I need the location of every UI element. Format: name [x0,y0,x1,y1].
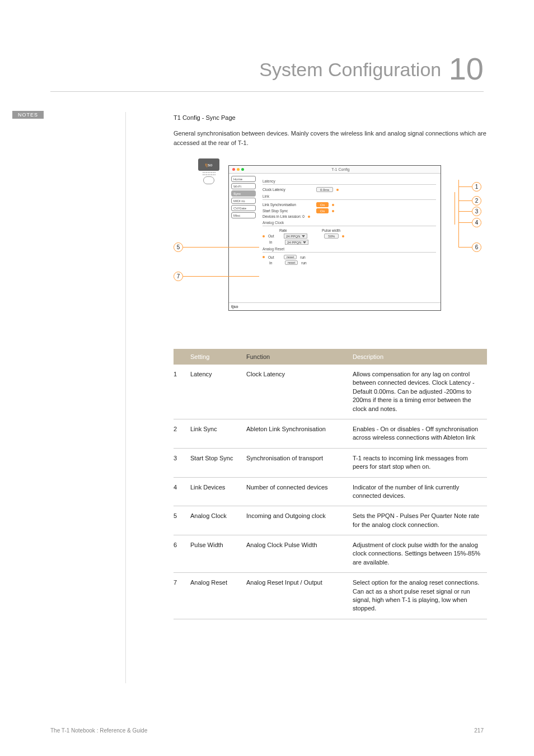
table-row: 4 Link Devices Number of connected devic… [174,477,487,506]
notes-tab: NOTES [12,111,44,119]
latency-label: Latency [263,179,436,183]
analogclock-in-row: In 24 PPQN [263,240,436,245]
callout-7: 7 [174,272,259,281]
analogclock-headers: Rate Pulse width [279,228,436,232]
link-label: Link [263,194,436,198]
row-index: 5 [174,506,185,535]
analogreset-label: Analog Reset [263,247,436,251]
close-icon[interactable] [232,168,235,171]
settings-table: Setting Function Description 1 Latency C… [174,349,487,619]
link-sync-label: Link Synchronisation [263,203,313,207]
section-description: General synchronisation between devices.… [174,129,487,147]
sidebar-item-misc[interactable]: Misc [231,212,256,218]
sidebar-item-cvgate[interactable]: CV/Gate [231,205,256,211]
ar-out-reset[interactable]: reset [284,255,297,259]
ac-pulse-value[interactable]: 50% [324,234,339,239]
device-encoder [203,176,214,184]
startstop-row: Start Stop Sync On [263,208,436,213]
callout-4: 4 [458,218,481,227]
row-setting: Pulse Width [185,535,241,573]
marker-dot [263,256,265,258]
settings-table-body: 1 Latency Clock Latency Allows compensat… [174,365,487,619]
sidebar-item-wifi[interactable]: Wi-Fi [231,183,256,189]
clock-latency-row: Clock Latency 0.0ms [263,187,436,192]
col-function: Function [241,349,347,365]
row-function: Synchronisation of transport [241,448,347,477]
col-blank [174,349,185,365]
marker-dot [336,189,339,191]
row-setting: Analog Reset [185,573,241,619]
row-description: Allows compensation for any lag on contr… [347,365,487,419]
sidebar-item-home[interactable]: Home [231,176,256,182]
ac-out-rate-select[interactable]: 24 PPQN [284,234,307,239]
chapter-number: 10 [449,51,484,86]
marker-dot [332,210,334,212]
ar-out-run[interactable]: run [300,255,305,259]
clock-latency-value[interactable]: 0.0ms [316,187,333,192]
footer-brand: t|so [231,305,238,309]
marker-dot [342,235,344,237]
sidebar: Home Wi-Fi Sync MIDI i/o CV/Gate Misc [229,174,258,302]
section-heading: T1 Config - Sync Page [174,114,487,121]
table-row: 1 Latency Clock Latency Allows compensat… [174,365,487,419]
table-row: 5 Analog Clock Incoming and Outgoing clo… [174,506,487,535]
analogreset-out-row: Out reset run [263,255,436,259]
callout-rail-right-inner [455,192,455,225]
row-index: 6 [174,535,185,573]
ar-in-run[interactable]: run [301,261,306,265]
startstop-toggle[interactable]: On [316,208,329,213]
row-index: 3 [174,448,185,477]
chevron-down-icon [303,241,306,244]
table-row: 3 Start Stop Sync Synchronisation of tra… [174,448,487,477]
link-sync-toggle[interactable]: On [316,202,329,207]
minimize-icon[interactable] [237,168,240,171]
ac-in-rate-select[interactable]: 24 PPQN [285,240,308,245]
row-description: T-1 reacts to incoming link messages fro… [347,448,487,477]
row-index: 4 [174,477,185,506]
pulsewidth-header: Pulse width [322,228,340,232]
chevron-down-icon [302,235,305,237]
row-function: Analog Reset Input / Output [241,573,347,619]
analogclock-out-row: Out 24 PPQN 50% [263,234,436,239]
row-index: 7 [174,573,185,619]
sidebar-item-midi[interactable]: MIDI i/o [231,198,256,204]
page: System Configuration 10 NOTES T1 Config … [0,0,534,756]
sidebar-item-sync[interactable]: Sync [231,190,256,197]
main-panel: Latency Clock Latency 0.0ms Link Link Sy… [258,174,441,302]
table-row: 2 Link Sync Ableton Link Synchronisation… [174,419,487,448]
main-content: T1 Config - Sync Page General synchronis… [174,114,487,619]
row-description: Adjustment of clock pulse width for the … [347,535,487,573]
row-index: 2 [174,419,185,448]
page-footer: The T-1 Notebook : Reference & Guide 217 [50,727,484,734]
row-function: Analog Clock Pulse Width [241,535,347,573]
device-illustration: t|so [196,158,222,184]
row-function: Incoming and Outgoing clock [241,506,347,535]
link-devices-row: Devices in Link session: 0 [263,214,436,218]
row-function: Ableton Link Synchronisation [241,419,347,448]
chapter-title: System Configuration 10 [50,50,484,92]
row-setting: Latency [185,365,241,419]
rate-header: Rate [279,228,318,232]
row-description: Indicator of the number of link currentl… [347,477,487,506]
app-body: Home Wi-Fi Sync MIDI i/o CV/Gate Misc La… [229,174,441,302]
marker-dot [332,204,334,206]
footer-left: The T-1 Notebook : Reference & Guide [50,727,147,734]
device-knobs-row2 [196,174,222,175]
row-setting: Analog Clock [185,506,241,535]
device-knobs [196,172,222,173]
analogclock-label: Analog Clock [263,221,436,225]
col-setting: Setting [185,349,241,365]
callout-2: 2 [458,196,481,206]
row-index: 1 [174,365,185,419]
row-description: Sets the PPQN - Pulses Per Quarter Note … [347,506,487,535]
device-screen: t|so [198,158,219,171]
ar-in-reset[interactable]: reset [285,260,298,265]
notes-area [50,112,126,683]
ar-in-label: In [269,261,282,265]
row-setting: Link Sync [185,419,241,448]
traffic-lights[interactable] [232,168,244,171]
app-footer: t|so [229,302,441,310]
callout-6: 6 [458,242,481,252]
row-setting: Start Stop Sync [185,448,241,477]
marker-dot [263,235,265,237]
